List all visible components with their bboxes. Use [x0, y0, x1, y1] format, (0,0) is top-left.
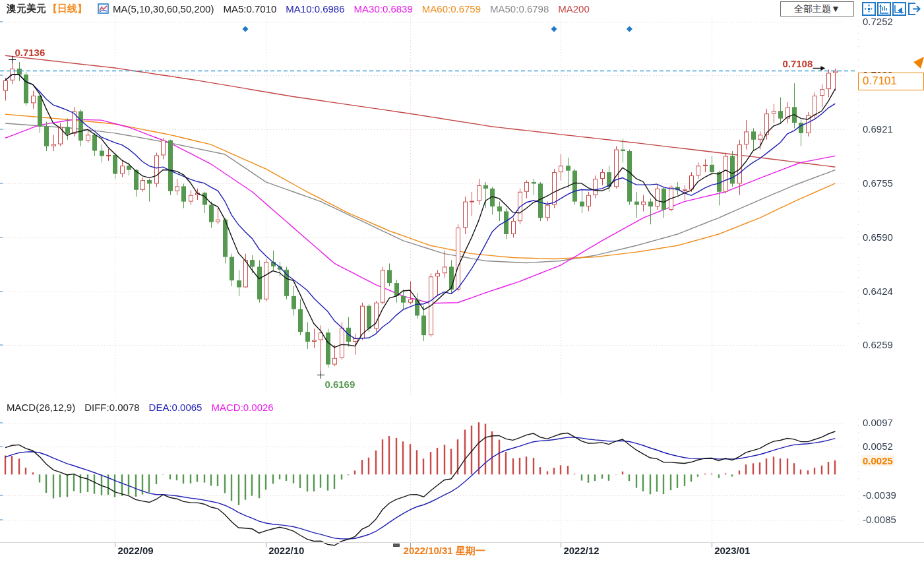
- macd-legend-item: DEA:0.0065: [149, 402, 202, 413]
- macd-legend: DIFF:0.0078DEA:0.0065MACD:0.0026: [75, 402, 273, 413]
- ma-legend-item: MA60:0.6759: [422, 3, 481, 15]
- date-axis-label: 2022/10: [268, 545, 304, 556]
- macd-legend-item: DIFF:0.0078: [84, 402, 139, 413]
- period-low-label: 0.6169: [324, 379, 355, 390]
- period-high-label: 0.7136: [15, 47, 45, 58]
- ma-legend-item: MA5:0.7010: [223, 3, 276, 15]
- price-chart-canvas[interactable]: [0, 0, 924, 562]
- chart-play-icon[interactable]: [892, 2, 906, 16]
- ma-legend-item: MA30:0.6839: [354, 3, 413, 15]
- macd-params-label: MACD(26,12,9): [7, 402, 75, 413]
- date-axis-label: 2022/12: [563, 545, 599, 556]
- macd-axis-label: -0.0085: [863, 514, 896, 525]
- window-exit-icon[interactable]: [908, 2, 921, 16]
- price-axis-label: 0.7252: [863, 16, 893, 27]
- chart-toolbar: 全部主题▼: [780, 1, 921, 16]
- ma-legend: MA5:0.7010MA10:0.6986MA30:0.6839MA60:0.6…: [214, 3, 589, 15]
- macd-header: MACD(26,12,9) DIFF:0.0078DEA:0.0065MACD:…: [7, 400, 274, 414]
- indicator-chart-icon: [98, 3, 109, 14]
- macd-current-value-label: 0.0025: [861, 455, 894, 466]
- macd-axis-label: 0.0052: [863, 441, 893, 452]
- last-price-box: 0.7101: [858, 73, 924, 90]
- ma-legend-item: MA50:0.6798: [490, 3, 549, 15]
- macd-axis-label: -0.0039: [863, 489, 896, 501]
- theme-selector-button[interactable]: 全部主题▼: [780, 1, 854, 16]
- ma-legend-item: MA200: [558, 3, 590, 15]
- date-axis-label: 2022/10/31 星期一: [404, 545, 485, 557]
- price-axis-label: 0.6259: [863, 339, 893, 350]
- indicator-window-icon[interactable]: [877, 2, 891, 16]
- main-chart-header: 澳元美元 【日线】 MA(5,10,30,60,50,200) MA5:0.70…: [7, 1, 590, 16]
- symbol-name: 澳元美元: [7, 3, 46, 15]
- crosshair-move-icon[interactable]: [862, 2, 876, 16]
- price-axis-label: 0.6590: [863, 232, 893, 243]
- date-axis-label: 2022/09: [117, 545, 153, 556]
- chart-window: 澳元美元 【日线】 MA(5,10,30,60,50,200) MA5:0.70…: [0, 0, 924, 562]
- ma-group-label: MA(5,10,30,60,50,200): [113, 3, 214, 15]
- price-axis-label: 0.6424: [863, 286, 893, 297]
- macd-axis-label: 0.0097: [863, 417, 893, 428]
- macd-legend-item: MACD:0.0026: [211, 402, 273, 413]
- price-axis-label: 0.6921: [863, 123, 893, 135]
- recent-high-label: 0.7108: [782, 58, 813, 69]
- ma-legend-item: MA10:0.6986: [286, 3, 344, 15]
- price-axis-label: 0.6755: [863, 177, 893, 189]
- period-label[interactable]: 【日线】: [47, 3, 87, 15]
- date-axis-label: 2023/01: [714, 545, 750, 556]
